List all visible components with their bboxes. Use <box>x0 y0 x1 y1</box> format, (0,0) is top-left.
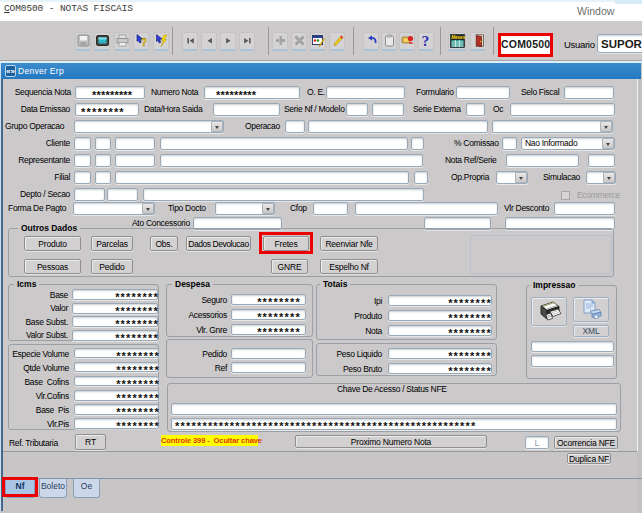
svg-text:Meses: Meses <box>451 35 465 40</box>
svg-text:?: ? <box>141 37 147 47</box>
svg-text:?: ? <box>421 34 429 47</box>
